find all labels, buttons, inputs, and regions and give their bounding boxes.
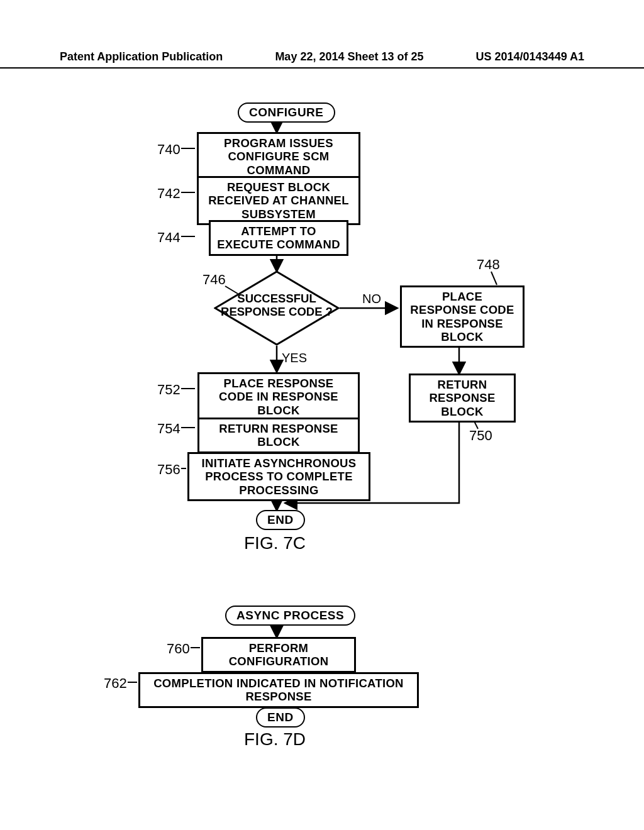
process-740: PROGRAM ISSUES CONFIGURE SCM COMMAND: [197, 132, 360, 181]
process-748: PLACE RESPONSE CODE IN RESPONSE BLOCK: [400, 285, 525, 348]
branch-yes: YES: [282, 351, 307, 365]
ref-760: 760: [167, 641, 190, 657]
header-center: May 22, 2014 Sheet 13 of 25: [275, 50, 423, 64]
ref-742: 742: [157, 185, 180, 202]
ref-756: 756: [157, 462, 180, 478]
ref-754: 754: [157, 421, 180, 437]
branch-no: NO: [362, 292, 381, 306]
terminator-end-7c: END: [256, 510, 305, 530]
process-762: COMPLETION INDICATED IN NOTIFICATION RES…: [138, 672, 419, 708]
ref-746: 746: [203, 272, 226, 288]
ref-762: 762: [104, 675, 127, 692]
process-752: PLACE RESPONSE CODE IN RESPONSE BLOCK: [197, 372, 360, 421]
decision-746: SUCCESSFUL RESPONSE CODE ?: [214, 270, 340, 346]
caption-7d: FIG. 7D: [244, 729, 306, 750]
process-742: REQUEST BLOCK RECEIVED AT CHANNEL SUBSYS…: [197, 176, 360, 225]
svg-line-11: [491, 272, 497, 285]
header-right: US 2014/0143449 A1: [476, 50, 584, 64]
process-744: ATTEMPT TO EXECUTE COMMAND: [209, 220, 348, 256]
page-header: Patent Application Publication May 22, 2…: [0, 50, 644, 69]
terminator-end-7d: END: [256, 707, 305, 728]
caption-7c: FIG. 7C: [244, 533, 306, 553]
terminator-configure: CONFIGURE: [238, 102, 335, 123]
ref-748: 748: [477, 257, 500, 273]
ref-740: 740: [157, 141, 180, 158]
ref-744: 744: [157, 230, 180, 246]
process-754: RETURN RESPONSE BLOCK: [197, 418, 360, 453]
process-760: PERFORM CONFIGURATION: [201, 637, 356, 673]
ref-752: 752: [157, 382, 180, 398]
process-750: RETURN RESPONSE BLOCK: [409, 374, 516, 423]
process-756: INITIATE ASYNCHRONOUS PROCESS TO COMPLET…: [187, 452, 370, 501]
header-left: Patent Application Publication: [60, 50, 223, 64]
terminator-async: ASYNC PROCESS: [225, 606, 355, 626]
ref-750: 750: [469, 428, 492, 444]
